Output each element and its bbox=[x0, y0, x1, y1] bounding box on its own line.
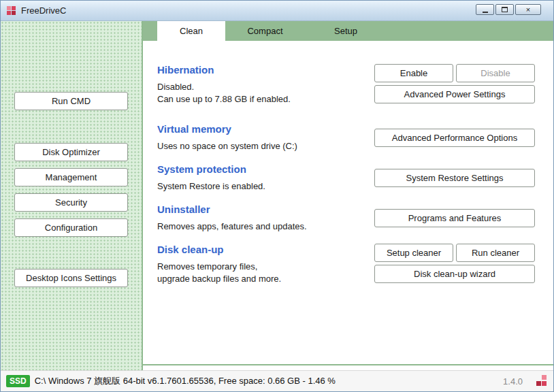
section-buttons: Advanced Performance Options bbox=[374, 123, 535, 152]
sidebar-button-security[interactable]: Security bbox=[14, 193, 128, 212]
section-uninstaller: Uninstaller Removes apps, features and u… bbox=[157, 203, 535, 233]
sidebar: Run CMD Disk Optimizer Management Securi… bbox=[1, 21, 142, 370]
section-text-block: Disk clean-up Removes temporary files, u… bbox=[157, 244, 374, 285]
section-text-block: Hibernation Disabled. Can use up to 7.88… bbox=[157, 64, 374, 105]
section-line: Can use up to 7.88 GB if enabled. bbox=[157, 93, 368, 105]
advanced-power-settings-button[interactable]: Advanced Power Settings bbox=[374, 85, 535, 103]
section-title-uninstaller: Uninstaller bbox=[157, 203, 368, 215]
clean-tab-content: Hibernation Disabled. Can use up to 7.88… bbox=[143, 41, 553, 365]
section-title-disk-cleanup: Disk clean-up bbox=[157, 244, 368, 255]
sidebar-button-disk-optimizer[interactable]: Disk Optimizer bbox=[14, 143, 128, 161]
enable-hibernation-button[interactable]: Enable bbox=[374, 64, 453, 82]
titlebar[interactable]: FreeDriveC × bbox=[1, 1, 553, 21]
main-panel: Clean Compact Setup Hibernation Disabled… bbox=[142, 21, 553, 370]
setup-cleaner-button[interactable]: Setup cleaner bbox=[374, 244, 453, 262]
disk-cleanup-wizard-button[interactable]: Disk clean-up wizard bbox=[374, 265, 535, 283]
section-buttons: Enable Disable Advanced Power Settings bbox=[374, 64, 535, 105]
disable-hibernation-button: Disable bbox=[456, 64, 535, 82]
section-buttons: Setup cleaner Run cleaner Disk clean-up … bbox=[374, 244, 535, 285]
ssd-badge: SSD bbox=[6, 375, 30, 387]
section-disk-cleanup: Disk clean-up Removes temporary files, u… bbox=[157, 244, 535, 285]
maximize-icon bbox=[502, 7, 508, 12]
section-buttons: Programs and Features bbox=[374, 203, 535, 233]
sidebar-group: Disk Optimizer Management Security Confi… bbox=[14, 143, 128, 237]
button-row: Enable Disable bbox=[374, 64, 535, 82]
window-body: Run CMD Disk Optimizer Management Securi… bbox=[1, 21, 553, 370]
window-controls: × bbox=[476, 4, 541, 15]
logo-corner-icon bbox=[534, 374, 548, 388]
advanced-performance-options-button[interactable]: Advanced Performance Options bbox=[374, 129, 535, 147]
section-line: upgrade backup files and more. bbox=[157, 273, 368, 285]
app-logo-icon bbox=[6, 5, 17, 16]
section-text-block: System protection System Restore is enab… bbox=[157, 163, 374, 193]
status-bar: SSD C:\ Windows 7 旗舰版 64-bit v6.1.7601.6… bbox=[1, 370, 553, 391]
run-cleaner-button[interactable]: Run cleaner bbox=[456, 244, 535, 262]
close-button[interactable]: × bbox=[515, 4, 541, 15]
section-title-hibernation: Hibernation bbox=[157, 64, 368, 76]
section-text-block: Virtual memory Uses no space on system d… bbox=[157, 123, 374, 152]
tab-compact[interactable]: Compact bbox=[225, 21, 305, 41]
minimize-icon bbox=[483, 12, 488, 13]
tab-clean[interactable]: Clean bbox=[157, 21, 225, 41]
section-line: Removes temporary files, bbox=[157, 261, 368, 273]
sidebar-button-run-cmd[interactable]: Run CMD bbox=[14, 92, 128, 110]
section-title-system-protection: System protection bbox=[157, 163, 368, 175]
section-line: Removes apps, features and updates. bbox=[157, 220, 368, 233]
minimize-button[interactable] bbox=[476, 4, 494, 15]
section-system-protection: System protection System Restore is enab… bbox=[157, 163, 535, 193]
maximize-button[interactable] bbox=[495, 4, 514, 15]
app-version: 1.4.0 bbox=[503, 376, 523, 387]
section-buttons: System Restore Settings bbox=[374, 163, 535, 193]
section-line: Uses no space on system drive (C:) bbox=[157, 140, 368, 152]
window-title: FreeDriveC bbox=[21, 5, 66, 16]
section-title-virtual-memory: Virtual memory bbox=[157, 123, 368, 135]
programs-and-features-button[interactable]: Programs and Features bbox=[374, 209, 535, 227]
button-row: Setup cleaner Run cleaner bbox=[374, 244, 535, 262]
sidebar-button-desktop-icons-settings[interactable]: Desktop Icons Settings bbox=[14, 269, 128, 287]
app-window: FreeDriveC × Run CMD Disk Optimizer Mana… bbox=[0, 0, 554, 392]
section-text-block: Uninstaller Removes apps, features and u… bbox=[157, 203, 374, 233]
section-line: Disabled. bbox=[157, 81, 368, 93]
section-line: System Restore is enabled. bbox=[157, 180, 368, 193]
tab-setup[interactable]: Setup bbox=[305, 21, 387, 41]
sidebar-button-management[interactable]: Management bbox=[14, 168, 128, 186]
content-bottom-strip bbox=[143, 365, 553, 370]
section-virtual-memory: Virtual memory Uses no space on system d… bbox=[157, 123, 535, 152]
section-hibernation: Hibernation Disabled. Can use up to 7.88… bbox=[157, 64, 535, 105]
tab-bar: Clean Compact Setup bbox=[143, 21, 553, 41]
drive-info-text: C:\ Windows 7 旗舰版 64-bit v6.1.7601.65536… bbox=[35, 375, 336, 387]
sidebar-button-configuration[interactable]: Configuration bbox=[14, 218, 128, 237]
system-restore-settings-button[interactable]: System Restore Settings bbox=[374, 169, 535, 187]
